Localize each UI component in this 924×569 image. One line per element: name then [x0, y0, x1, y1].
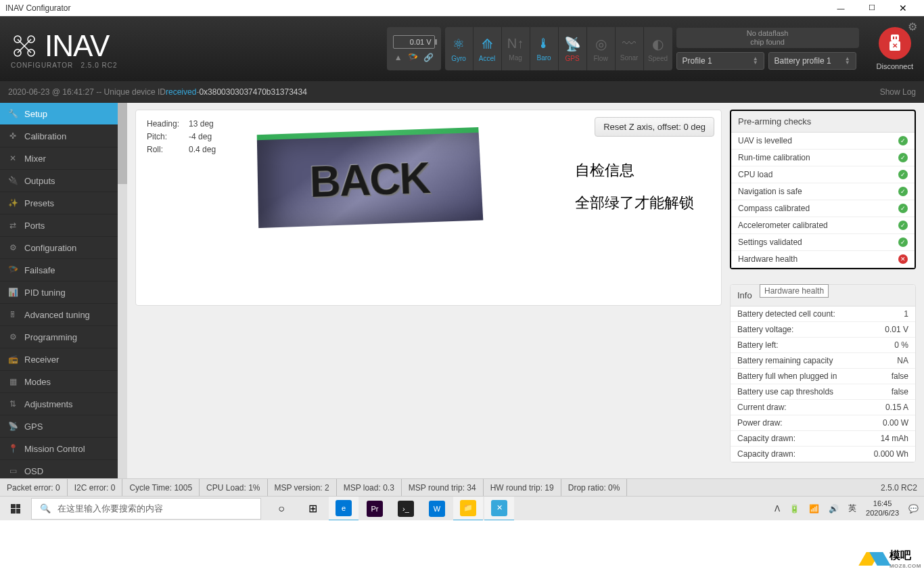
battery-profile-select[interactable]: Battery profile 1▲▼ [768, 52, 856, 70]
sidebar-item-osd[interactable]: ▭OSD [0, 460, 127, 478]
app-title: INAV Configurator [5, 3, 71, 13]
minimize-button[interactable]: — [825, 0, 856, 16]
tray-ime-icon[interactable]: 英 [848, 503, 856, 514]
sidebar-item-programming[interactable]: ⚙Programming [0, 326, 127, 348]
nav-icon: ✨ [8, 198, 18, 208]
inav-taskbar-icon[interactable]: ✕ [484, 497, 514, 521]
sidebar-item-setup[interactable]: 🔧Setup [0, 103, 127, 125]
sidebar-item-modes[interactable]: ▦Modes [0, 371, 127, 393]
tooltip: Hardware health [760, 284, 829, 298]
prearm-check-row: Run-time calibration✓ [731, 150, 915, 166]
sidebar-scrollbar[interactable] [118, 103, 127, 478]
check-ok-icon: ✓ [898, 237, 908, 247]
show-log-button[interactable]: Show Log [880, 87, 916, 97]
attitude-readout: Heading:13 deg Pitch:-4 deg Roll:0.4 deg [145, 117, 217, 156]
model-3d[interactable]: BACK [257, 127, 484, 229]
nav-icon: 📍 [8, 444, 18, 453]
nav-icon: ⚙ [8, 243, 18, 252]
info-row: Battery voltage:0.01 V [731, 322, 915, 338]
nav-icon: 📻 [8, 355, 18, 364]
check-ok-icon: ✓ [898, 204, 908, 213]
flow-icon: ◎ [595, 36, 607, 52]
explorer-icon[interactable]: 📁 [453, 497, 483, 521]
sidebar-item-calibration[interactable]: ✜Calibration [0, 125, 127, 147]
edge-icon[interactable]: e [329, 497, 359, 521]
cortana-icon[interactable]: ○ [267, 497, 296, 521]
disconnect-label: Disconnect [877, 62, 913, 70]
sidebar-item-mixer[interactable]: ✕Mixer [0, 147, 127, 170]
info-row: Power draw:0.00 W [731, 415, 915, 431]
sensor-baro: 🌡Baro [530, 27, 559, 70]
check-ok-icon: ✓ [898, 153, 908, 162]
info-row: Battery left:0 % [731, 338, 915, 353]
info-row: Battery full when plugged infalse [731, 369, 915, 384]
sidebar-item-receiver[interactable]: 📻Receiver [0, 348, 127, 371]
prearming-title: Pre-arming checks [731, 111, 915, 133]
close-button[interactable]: ✕ [887, 0, 919, 16]
tray-notifications-icon[interactable]: 💬 [908, 504, 919, 514]
sidebar-item-gps[interactable]: 📡GPS [0, 415, 127, 438]
sensor-gyro: ⚛Gyro [445, 27, 473, 70]
info-row: Capacity drawn:0.000 Wh [731, 447, 915, 462]
taskview-icon[interactable]: ⊞ [298, 497, 327, 521]
start-button[interactable] [0, 497, 31, 521]
check-ok-icon: ✓ [898, 221, 908, 230]
reset-z-axis-button[interactable]: Reset Z axis, offset: 0 deg [595, 117, 714, 137]
nav-icon: 🔌 [8, 176, 18, 185]
status-cell: HW round trip: 19 [484, 479, 561, 496]
prearm-check-row: Hardware health✕ [731, 251, 915, 268]
nav-icon: ⇄ [8, 221, 18, 230]
dataflash-indicator: No dataflashchip found [676, 28, 859, 48]
sidebar-item-pid-tuning[interactable]: 📊PID tuning [0, 281, 127, 304]
prearm-check-row: Navigation is safe✓ [731, 183, 915, 200]
nav-icon: ⚙ [8, 332, 18, 342]
warning-icon: ▲ [394, 53, 402, 62]
status-bar: Packet error: 0I2C error: 0Cycle Time: 1… [0, 478, 924, 496]
nav-icon: 🔧 [8, 109, 18, 118]
voltage-indicator: 0.01 V ▲ 🪂 🔗 [387, 27, 441, 70]
status-cell: Packet error: 0 [0, 479, 68, 496]
log-bar: 2020-06-23 @ 16:41:27 -- Unique device I… [0, 81, 924, 103]
tray-volume-icon[interactable]: 🔊 [829, 504, 839, 514]
status-cell: MSP round trip: 34 [402, 479, 484, 496]
logo: INAV CONFIGURATOR 2.5.0 RC2 [11, 29, 118, 69]
settings-icon[interactable]: ⚙ [908, 20, 917, 33]
check-ok-icon: ✓ [898, 187, 908, 196]
sidebar-item-ports[interactable]: ⇄Ports [0, 214, 127, 237]
search-input[interactable]: 🔍 在这里输入你要搜索的内容 [31, 498, 261, 520]
sensor-accel: ⟰Accel [473, 27, 502, 70]
status-cell: MSP version: 2 [268, 479, 337, 496]
battery-icon: 0.01 V [393, 35, 435, 49]
sensor-sonar: 〰Sonar [616, 27, 644, 70]
sidebar-item-failsafe[interactable]: 🪂Failsafe [0, 259, 127, 281]
sidebar-item-advanced-tuning[interactable]: 🎚Advanced tuning [0, 304, 127, 326]
profile-select[interactable]: Profile 1▲▼ [676, 52, 764, 70]
tray-chevron-icon[interactable]: ᐱ [775, 504, 780, 514]
tray-wifi-icon[interactable]: 📶 [809, 504, 819, 514]
page-footer-band: 模吧 MOZ8.COM [0, 520, 924, 569]
sidebar-item-mission-control[interactable]: 📍Mission Control [0, 438, 127, 460]
tray-battery-icon[interactable]: 🔋 [789, 504, 800, 514]
sidebar-item-configuration[interactable]: ⚙Configuration [0, 237, 127, 259]
status-cell: Cycle Time: 1005 [122, 479, 200, 496]
maximize-button[interactable]: ☐ [856, 0, 887, 16]
sidebar-item-presets[interactable]: ✨Presets [0, 192, 127, 214]
disconnect-button[interactable]: ✕ [879, 27, 911, 60]
tray-clock[interactable]: 16:452020/6/23 [866, 499, 899, 517]
info-row: Current draw:0.15 A [731, 400, 915, 415]
info-row: Capacity drawn:14 mAh [731, 431, 915, 447]
prearm-check-row: Accelerometer calibrated✓ [731, 217, 915, 234]
failsafe-icon: 🪂 [408, 53, 418, 62]
status-cell: MSP load: 0.3 [337, 479, 402, 496]
terminal-icon[interactable]: ›_ [391, 497, 421, 521]
wps-icon[interactable]: W [422, 497, 452, 521]
quadcopter-icon [11, 32, 38, 60]
nav-icon: 📊 [8, 288, 18, 297]
status-cell: CPU Load: 1% [200, 479, 267, 496]
sidebar-item-adjustments[interactable]: ⇅Adjustments [0, 393, 127, 415]
sidebar-item-outputs[interactable]: 🔌Outputs [0, 170, 127, 192]
mag-icon: N↑ [507, 36, 524, 51]
premiere-icon[interactable]: Pr [360, 497, 390, 521]
info-row: Battery remaining capacityNA [731, 353, 915, 369]
nav-icon: ✜ [8, 131, 18, 141]
